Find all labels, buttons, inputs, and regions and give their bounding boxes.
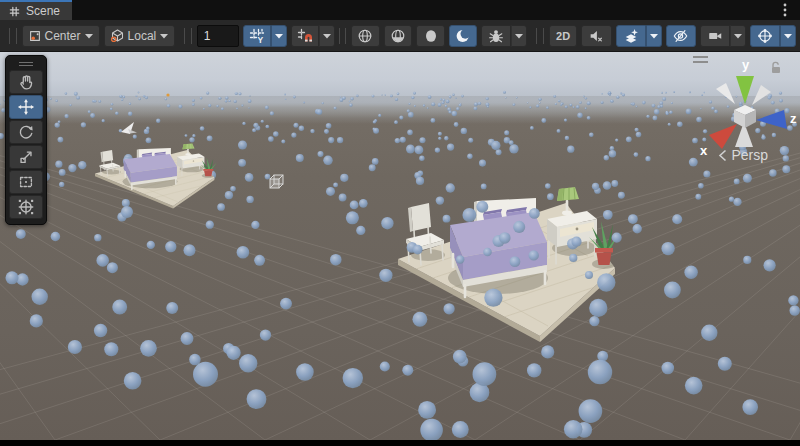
axis-neg-cone[interactable] bbox=[752, 85, 771, 105]
scene-3d-canvas[interactable] bbox=[0, 52, 800, 440]
axis-x-cone[interactable] bbox=[709, 124, 737, 149]
scene-lighting-button[interactable] bbox=[449, 25, 478, 47]
chevron-down-icon bbox=[84, 32, 94, 40]
horizon-haze bbox=[0, 96, 800, 124]
view-hand-tool[interactable] bbox=[9, 70, 43, 94]
pivot-mode-label: Center bbox=[45, 29, 81, 43]
effects-dropdown[interactable] bbox=[646, 25, 662, 47]
rotate-icon bbox=[17, 123, 35, 141]
tab-scene[interactable]: Scene bbox=[0, 0, 72, 20]
rotate-tool[interactable] bbox=[9, 120, 43, 144]
orientation-mode-button[interactable]: Local bbox=[104, 25, 176, 47]
toolbar-drag-handle[interactable] bbox=[9, 28, 17, 44]
sphere-wireframe-icon bbox=[357, 28, 373, 44]
scene-toolbar: Center Local Y bbox=[0, 20, 800, 52]
svg-text:Y: Y bbox=[257, 35, 263, 44]
debug-mode-button[interactable] bbox=[481, 25, 511, 47]
toolbar-drag-handle[interactable] bbox=[184, 28, 192, 44]
2d-view-button[interactable]: 2D bbox=[549, 25, 578, 47]
transform-icon bbox=[17, 198, 35, 216]
debug-mode-dropdown[interactable] bbox=[511, 25, 527, 47]
audio-muted-icon bbox=[588, 28, 604, 44]
shading-shaded-button[interactable] bbox=[384, 25, 413, 47]
chevron-down-icon bbox=[159, 32, 169, 40]
projection-label: Persp bbox=[731, 147, 768, 163]
grid-visibility-dropdown[interactable] bbox=[271, 25, 287, 47]
ground-grid bbox=[0, 103, 800, 440]
kebab-menu-icon[interactable] bbox=[778, 2, 792, 18]
bug-icon bbox=[488, 28, 504, 44]
chevron-down-icon bbox=[783, 32, 793, 40]
grid-visibility-button[interactable]: Y bbox=[243, 25, 271, 47]
hand-icon bbox=[17, 73, 35, 91]
sphere-shaded-icon bbox=[390, 28, 406, 44]
chevron-down-icon bbox=[733, 32, 743, 40]
orientation-mode-label: Local bbox=[128, 29, 157, 43]
projection-toggle[interactable]: Persp bbox=[718, 147, 768, 163]
grid-y-icon: Y bbox=[249, 28, 265, 44]
audio-toggle-button[interactable] bbox=[581, 25, 611, 47]
eye-hidden-icon bbox=[672, 28, 689, 44]
chevron-down-icon bbox=[322, 32, 332, 40]
camera-icon bbox=[707, 28, 723, 44]
persp-chevron-icon bbox=[718, 149, 727, 162]
scale-tool[interactable] bbox=[9, 145, 43, 169]
shading-wireframe-button[interactable] bbox=[351, 25, 380, 47]
scattered-spheres-near[interactable] bbox=[5, 199, 799, 440]
pivot-mode-button[interactable]: Center bbox=[22, 25, 100, 47]
distant-light-gizmo[interactable] bbox=[166, 93, 169, 96]
gizmo-sphere-icon bbox=[757, 28, 773, 44]
axis-z-label: z bbox=[790, 111, 797, 126]
grid-icon bbox=[8, 5, 21, 18]
rect-tool[interactable] bbox=[9, 170, 43, 194]
scene-visibility-button[interactable] bbox=[666, 25, 696, 47]
axis-x-label: x bbox=[700, 143, 708, 158]
axis-y-cone[interactable] bbox=[736, 76, 754, 104]
toolbar-drag-handle[interactable] bbox=[339, 28, 347, 44]
axis-z-cone[interactable] bbox=[756, 110, 787, 129]
grid-magnet-icon bbox=[297, 28, 313, 44]
shading-solid-button[interactable] bbox=[416, 25, 445, 47]
bottom-edge bbox=[0, 440, 800, 446]
gizmos-dropdown[interactable] bbox=[780, 25, 796, 47]
tab-bar: Scene bbox=[0, 0, 800, 20]
axis-y-label: y bbox=[742, 57, 750, 72]
2d-view-label: 2D bbox=[556, 30, 570, 42]
tab-label: Scene bbox=[26, 4, 60, 18]
chevron-down-icon bbox=[274, 32, 284, 40]
reflection-probe-gizmo[interactable] bbox=[270, 175, 283, 188]
snap-increment-dropdown[interactable] bbox=[319, 25, 335, 47]
pivot-icon bbox=[28, 29, 42, 43]
scene-camera-button[interactable] bbox=[700, 25, 730, 47]
move-icon bbox=[17, 98, 35, 116]
move-tool[interactable] bbox=[9, 95, 43, 119]
gizmos-toggle-button[interactable] bbox=[750, 25, 780, 47]
toolbar-drag-handle[interactable] bbox=[536, 28, 544, 44]
scene-camera-dropdown[interactable] bbox=[730, 25, 746, 47]
chevron-down-icon bbox=[514, 32, 524, 40]
cube-icon bbox=[110, 28, 125, 43]
moon-icon bbox=[455, 28, 471, 44]
overlay-drag-handle[interactable] bbox=[19, 59, 33, 68]
rect-icon bbox=[17, 173, 35, 191]
effects-icon bbox=[623, 28, 639, 44]
tools-overlay-panel[interactable] bbox=[5, 55, 47, 225]
sphere-solid-icon bbox=[423, 28, 439, 44]
snap-increment-button[interactable] bbox=[291, 25, 319, 47]
scale-icon bbox=[17, 148, 35, 166]
chevron-down-icon bbox=[649, 32, 659, 40]
axis-neg-cone[interactable] bbox=[716, 83, 735, 104]
scene-viewport[interactable]: y x z Persp bbox=[0, 52, 800, 440]
grid-size-input[interactable] bbox=[197, 25, 239, 47]
effects-toggle-button[interactable] bbox=[616, 25, 646, 47]
transform-tool[interactable] bbox=[9, 195, 43, 219]
